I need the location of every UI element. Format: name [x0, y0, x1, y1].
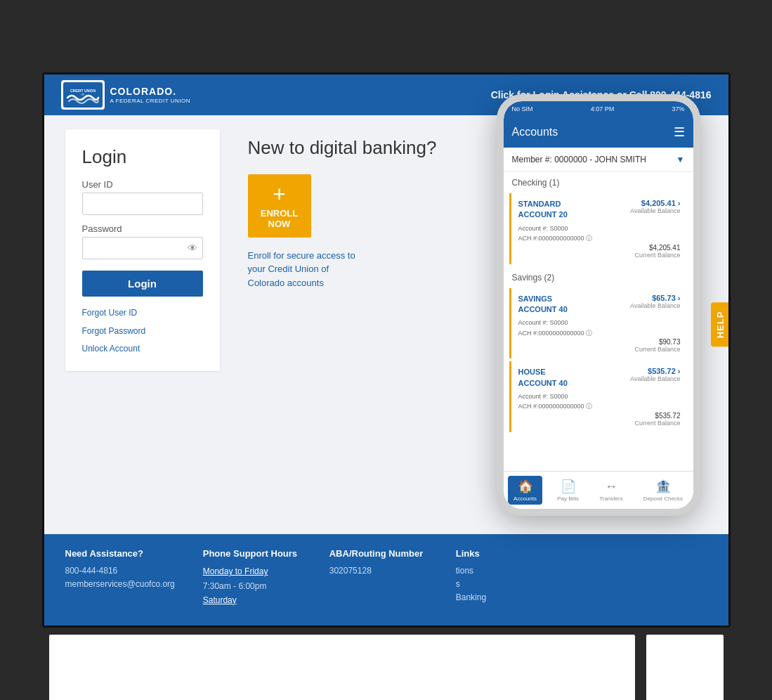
deposit-checks-nav-icon: 🏦: [655, 479, 671, 494]
footer-assistance: Need Assistance? 800-444-4816 memberserv…: [65, 548, 175, 591]
aba-title: ABA/Routing Number: [329, 548, 428, 559]
app-title: Accounts: [512, 126, 558, 138]
page-footer: Need Assistance? 800-444-4816 memberserv…: [44, 534, 728, 626]
weekday-link[interactable]: Monday to Friday: [203, 564, 301, 580]
savings-current-balance-row: $90.73 Current Balance: [518, 338, 681, 353]
house-available-label: Available Balance: [630, 375, 680, 382]
standard-available-balance: $4,205.41 ›: [630, 199, 680, 207]
links-title: Links: [456, 548, 526, 559]
logo-icon: CREDIT UNION OF: [61, 80, 105, 110]
savings-account-header: SAVINGSACCOUNT 40 $65.73 › Available Bal…: [518, 294, 681, 316]
password-toggle-icon[interactable]: 👁: [188, 242, 197, 254]
footer-phone: 800-444-4816: [65, 564, 175, 578]
savings-available-balance: $65.73 ›: [630, 294, 680, 302]
svg-text:OF: OF: [81, 93, 84, 96]
phone-bottom-nav: 🏠 Accounts 📄 Pay Bills ↔ Transfers: [504, 471, 693, 509]
login-form: Login User ID Password 👁 Login Forgot Us…: [65, 129, 220, 371]
enroll-button[interactable]: + ENROLL NOW: [248, 174, 311, 238]
phone-frame: No SIM 4:07 PM 37% Accounts ☰: [497, 94, 700, 516]
nav-pay-bills[interactable]: 📄 Pay Bills: [551, 476, 584, 505]
transfers-nav-icon: ↔: [605, 479, 617, 494]
login-links: Forgot User ID Forgot Password: [82, 308, 203, 336]
savings-account-details: Account #: S0000 ACH #:0000000000000 ⓘ: [518, 318, 681, 338]
nav-accounts[interactable]: 🏠 Accounts: [508, 476, 542, 505]
logo-subtitle: A FEDERAL CREDIT UNION: [110, 98, 191, 105]
standard-account-balance-area: $4,205.41 › Available Balance: [630, 199, 680, 214]
assistance-title: Need Assistance?: [65, 548, 175, 559]
forgot-password-link[interactable]: Forgot Password: [82, 326, 146, 336]
footer-link1: tions: [456, 564, 526, 578]
standard-account-header: STANDARDACCOUNT 20 $4,205.41 › Available…: [518, 199, 681, 221]
house-current-balance-row: $535.72 Current Balance: [518, 412, 681, 427]
support-hours-title: Phone Support Hours: [203, 548, 301, 559]
pay-bills-nav-icon: 📄: [561, 479, 576, 494]
battery-text: 37%: [672, 105, 684, 112]
enroll-label-line1: ENROLL: [261, 208, 298, 219]
footer-link2: s: [456, 578, 526, 591]
password-input[interactable]: [82, 237, 203, 259]
phone-content: Member #: 0000000 - JOHN SMITH ▼ Checkin…: [504, 148, 693, 471]
checking-section-label: Checking (1): [504, 172, 693, 190]
logo-svg: CREDIT UNION OF: [63, 82, 103, 108]
svg-text:CREDIT UNION: CREDIT UNION: [70, 89, 96, 93]
user-id-input[interactable]: [82, 193, 203, 215]
accounts-nav-icon: 🏠: [518, 479, 533, 494]
login-title: Login: [82, 146, 203, 168]
bottom-white-left: [49, 635, 635, 700]
signal-text: No SIM: [512, 105, 533, 112]
savings-account-card[interactable]: SAVINGSACCOUNT 40 $65.73 › Available Bal…: [509, 288, 688, 359]
standard-account-card[interactable]: STANDARDACCOUNT 20 $4,205.41 › Available…: [509, 193, 688, 264]
hamburger-icon[interactable]: ☰: [674, 124, 685, 140]
bottom-white-right: [646, 635, 724, 700]
time-text: 4:07 PM: [591, 105, 615, 112]
help-tab[interactable]: HELP: [711, 303, 730, 347]
house-account-balance-area: $535.72 › Available Balance: [630, 367, 680, 382]
plus-icon: +: [273, 183, 286, 205]
house-account-details: Account #: S0000 ACH #:0000000000000 ⓘ: [518, 391, 681, 412]
enroll-label-line2: NOW: [268, 219, 291, 229]
footer-link3: Banking: [456, 591, 526, 604]
member-row: Member #: 0000000 - JOHN SMITH ▼: [504, 148, 693, 172]
unlock-account-link[interactable]: Unlock Account: [82, 344, 140, 354]
logo-text: COLORADO. A FEDERAL CREDIT UNION: [110, 85, 191, 105]
aba-number: 302075128: [329, 564, 428, 578]
footer-aba: ABA/Routing Number 302075128: [329, 548, 428, 578]
phone-app-header: Accounts ☰: [504, 117, 693, 148]
login-button[interactable]: Login: [82, 271, 203, 297]
user-id-label: User ID: [82, 179, 203, 190]
house-account-card[interactable]: HOUSEACCOUNT 40 $535.72 › Available Bala…: [509, 361, 688, 432]
phone-status-bar: No SIM 4:07 PM 37%: [504, 101, 693, 117]
phone-mockup: No SIM 4:07 PM 37% Accounts ☰: [497, 94, 700, 530]
footer-support-hours: Phone Support Hours Monday to Friday 7:3…: [203, 548, 301, 608]
standard-current-balance-row: $4,205.41 Current Balance: [518, 244, 681, 259]
password-field-wrapper: 👁: [82, 237, 203, 259]
logo-area: CREDIT UNION OF COLORADO. A FEDERAL CRED…: [61, 80, 191, 110]
savings-available-label: Available Balance: [630, 302, 680, 309]
footer-email: memberservices@cuofco.org: [65, 578, 175, 591]
forgot-user-id-link[interactable]: Forgot User ID: [82, 308, 138, 318]
house-available-balance: $535.72 ›: [630, 367, 680, 375]
footer-links: Links tions s Banking: [456, 548, 526, 605]
standard-account-details: Account #: S0000 ACH #:0000000000000 ⓘ: [518, 223, 681, 244]
saturday-link[interactable]: Saturday: [203, 593, 301, 609]
standard-available-label: Available Balance: [630, 207, 680, 214]
standard-account-name: STANDARDACCOUNT 20: [518, 199, 568, 221]
password-label: Password: [82, 223, 203, 234]
phone-screen: No SIM 4:07 PM 37% Accounts ☰: [504, 101, 693, 509]
savings-section-label: Savings (2): [504, 267, 693, 285]
logo-name: COLORADO.: [110, 85, 191, 98]
weekday-hours: 7:30am - 6:00pm: [203, 580, 301, 593]
savings-account-name: SAVINGSACCOUNT 40: [518, 294, 568, 316]
house-account-header: HOUSEACCOUNT 40 $535.72 › Available Bala…: [518, 367, 681, 389]
member-info: Member #: 0000000 - JOHN SMITH: [512, 155, 646, 164]
savings-account-balance-area: $65.73 › Available Balance: [630, 294, 680, 309]
nav-transfers[interactable]: ↔ Transfers: [594, 477, 629, 505]
enroll-description: Enroll for secure access to your Credit …: [248, 249, 360, 290]
nav-deposit-checks[interactable]: 🏦 Deposit Checks: [638, 476, 688, 505]
member-dropdown-icon[interactable]: ▼: [676, 155, 685, 164]
house-account-name: HOUSEACCOUNT 40: [518, 367, 568, 389]
